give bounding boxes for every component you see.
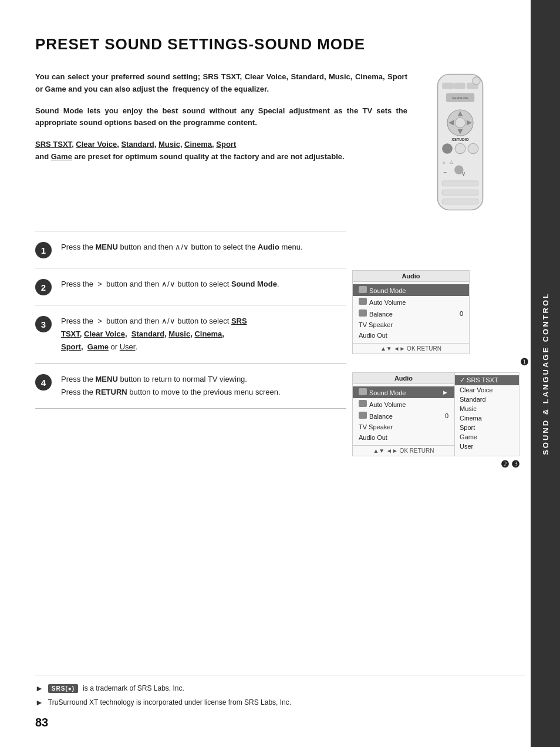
screens-right: Audio Sound Mode Auto Volume Balance 0 T… — [352, 270, 528, 470]
step-2-number: 2 — [35, 279, 52, 295]
svg-text:+: + — [442, 160, 446, 166]
screen1-body: Sound Mode Auto Volume Balance 0 TV Spea… — [353, 282, 469, 343]
screen1-row-audioout: Audio Out — [353, 330, 469, 341]
step-1-text: Press the MENU button and then ∧/∨ butto… — [61, 241, 346, 254]
screen1-header: Audio — [353, 271, 469, 282]
svg-text:△: △ — [450, 159, 454, 164]
footnote-srs: ► SRS(●) is a trademark of SRS Labs, Inc… — [35, 684, 525, 693]
sub-row-srstsxt: ✓ SRS TSXT — [455, 375, 519, 385]
footnote-srs-text: is a trademark of SRS Labs, Inc. — [83, 684, 184, 692]
screen2-markers: ❷ ❸ — [352, 459, 519, 470]
sub-row-cinema: Cinema — [455, 413, 519, 423]
sub-row-music: Music — [455, 404, 519, 413]
screen1-row-tvspeaker: TV Speaker — [353, 319, 469, 330]
icon-soundmode — [359, 286, 367, 293]
footnotes: ► SRS(●) is a trademark of SRS Labs, Inc… — [35, 675, 525, 712]
screen2-row-tvspeaker: TV Speaker — [353, 422, 454, 432]
right-panel: SOUND & LANGUAGE CONTROL — [531, 0, 560, 747]
screen1-row-soundmode: Sound Mode — [353, 284, 469, 296]
screen2-container: Audio Sound Mode ► Auto Volume Balance 0… — [352, 372, 528, 470]
srs-badge: SRS(●) — [48, 684, 78, 693]
intro-paragraph2: Sound Mode lets you enjoy the best sound… — [35, 105, 407, 130]
step-3-row: 3 Press the > button and then ∧/∨ button… — [35, 305, 346, 363]
remote-image: SAMSUNG XSTUDIO + − △ — [425, 71, 495, 213]
footnote-trusurround: ► TruSurround XT technology is incorpora… — [35, 698, 525, 707]
screen2-row-autovolume: Auto Volume — [353, 398, 454, 410]
steps-section: 1 Press the MENU button and then ∧/∨ but… — [35, 231, 346, 409]
screen2-submenu: ✓ SRS TSXT Clear Voice Standard Music Ci… — [455, 372, 519, 456]
step-4-number: 4 — [35, 374, 52, 391]
svg-text:∨: ∨ — [461, 170, 465, 177]
step-1-row: 1 Press the MENU button and then ∧/∨ but… — [35, 231, 346, 268]
screen1-container: Audio Sound Mode Auto Volume Balance 0 T… — [352, 270, 528, 368]
svg-point-4 — [473, 77, 480, 85]
page-title: PRESET SOUND SETTINGS-SOUND MODE — [35, 35, 495, 53]
screen2-row-balance: Balance 0 — [353, 410, 454, 422]
screen2-footer: ▲▼ ◄► OK RETURN — [353, 445, 454, 456]
step-4-row: 4 Press the MENU button to return to nor… — [35, 363, 346, 409]
screen2-row-audioout: Audio Out — [353, 432, 454, 443]
screen1-row-autovolume: Auto Volume — [353, 296, 469, 308]
remote-svg: SAMSUNG XSTUDIO + − △ — [428, 71, 492, 213]
step-4-text: Press the MENU button to return to norma… — [61, 373, 346, 399]
svg-rect-24 — [442, 199, 478, 204]
screen2-body: Sound Mode ► Auto Volume Balance 0 TV Sp… — [353, 384, 454, 445]
icon2-balance — [359, 412, 367, 419]
icon2-autovolume — [359, 400, 367, 407]
screen1: Audio Sound Mode Auto Volume Balance 0 T… — [352, 270, 470, 354]
preset-line: SRS TSXT, Clear Voice, Standard, Music, … — [35, 139, 407, 163]
sub-row-clearvoice: Clear Voice — [455, 385, 519, 395]
svg-rect-1 — [442, 83, 454, 89]
screen1-marker: ❶ — [352, 356, 528, 368]
screen2-row-soundmode: Sound Mode ► — [353, 386, 454, 398]
screen2-header: Audio — [353, 373, 454, 384]
svg-point-14 — [442, 143, 453, 154]
footnote-trusurround-text: TruSurround XT technology is incorporate… — [48, 698, 291, 706]
svg-point-15 — [455, 143, 465, 154]
svg-rect-22 — [442, 181, 478, 186]
step-2-row: 2 Press the > button and then ∧/∨ button… — [35, 268, 346, 305]
svg-text:−: − — [443, 169, 447, 176]
svg-point-12 — [455, 117, 465, 128]
step-3-number: 3 — [35, 316, 52, 332]
icon-autovolume — [359, 298, 367, 305]
intro-section: You can select your preferred sound sett… — [35, 71, 495, 213]
icon-balance — [359, 309, 367, 317]
screen1-footer: ▲▼ ◄► OK RETURN — [353, 343, 469, 354]
intro-paragraph1: You can select your preferred sound sett… — [35, 71, 407, 96]
step-2-text: Press the > button and then ∧/∨ button t… — [61, 278, 346, 291]
screen2-with-sub: Audio Sound Mode ► Auto Volume Balance 0… — [352, 372, 534, 456]
vertical-label: SOUND & LANGUAGE CONTROL — [541, 292, 550, 455]
sub-row-game: Game — [455, 432, 519, 442]
svg-rect-3 — [454, 83, 465, 89]
svg-rect-23 — [442, 190, 478, 195]
intro-text: You can select your preferred sound sett… — [35, 71, 407, 213]
sub-row-user: User — [455, 442, 519, 451]
svg-point-16 — [468, 143, 478, 154]
screen2-main: Audio Sound Mode ► Auto Volume Balance 0… — [352, 372, 455, 456]
footnote-arrow-1: ► — [35, 684, 43, 693]
sub-row-standard: Standard — [455, 395, 519, 404]
screen1-row-balance: Balance 0 — [353, 308, 469, 319]
icon2-soundmode — [359, 388, 367, 395]
step-3-text: Press the > button and then ∧/∨ button t… — [61, 315, 346, 354]
sub-row-sport: Sport — [455, 423, 519, 432]
svg-text:XSTUDIO: XSTUDIO — [451, 137, 468, 142]
page-number: 83 — [35, 716, 48, 729]
svg-text:SAMSUNG: SAMSUNG — [452, 96, 468, 100]
footnote-arrow-2: ► — [35, 698, 43, 707]
step-1-number: 1 — [35, 242, 52, 258]
